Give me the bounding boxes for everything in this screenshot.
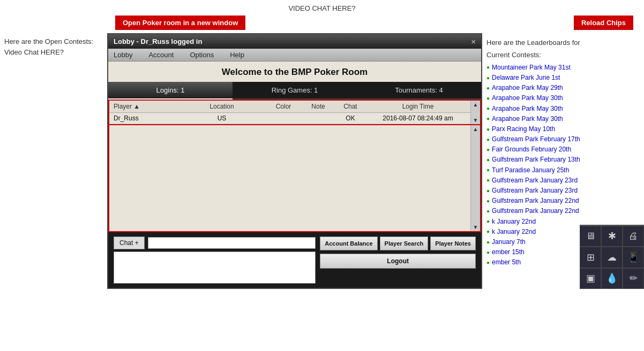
leaderboard-item: ●k January 22nd [486,227,590,237]
video-chat-label: Video Chat HERE? [4,47,103,58]
leaderboard-link[interactable]: Gulfstream Park January 22nd [492,206,579,216]
bullet-icon: ● [486,104,490,113]
taskbar-icon-bluetooth[interactable]: ✱ [601,226,623,247]
col-color: Color [265,102,302,111]
menu-options[interactable]: Options [190,51,214,59]
bullet-icon: ● [486,63,490,72]
bullet-icon: ● [486,217,490,226]
reload-chips-button[interactable]: Reload Chips [574,16,633,30]
leaderboard-item: ●k January 22nd [486,217,590,227]
leaderboard-link[interactable]: ember 5th [492,257,521,268]
leaderboard-link[interactable]: Fair Grounds February 20th [492,144,571,155]
bullet-icon: ● [486,84,490,93]
chat-input[interactable] [148,237,316,249]
taskbar-icon-window[interactable]: ▣ [580,268,601,289]
chat-top-row: Chat + [114,236,316,249]
leaderboard-item: ●Gulfstream Park February 17th [486,134,590,144]
poker-window: Lobby - Dr_Russ logged in × Lobby Accoun… [107,33,482,289]
leaderboard-title: Here are the Leaderboards for Current Co… [486,36,590,62]
bullet-icon: ● [486,166,490,174]
chat-plus-button[interactable]: Chat + [114,236,145,249]
tab-tournaments[interactable]: Tournaments: 4 [357,82,481,100]
leaderboard-item: ●Turf Paradise January 25th [486,165,590,176]
close-button[interactable]: × [471,37,476,46]
empty-scrollbar[interactable]: ▲ ▼ [470,125,480,231]
leaderboard-item: ●Arapahoe Park May 29th [486,83,590,93]
leaderboard-link[interactable]: k January 22nd [492,227,536,237]
cell-location: US [179,113,265,124]
col-player: Player ▲ [109,102,179,111]
account-balance-button[interactable]: Account Balance [320,236,377,250]
leaderboard-link[interactable]: Parx Racing May 10th [492,124,555,134]
cell-note [302,113,334,124]
leaderboard-link[interactable]: k January 22nd [492,217,536,227]
bullet-icon: ● [486,156,490,164]
bullet-icon: ● [486,146,490,154]
col-login-time: Login Time [366,102,469,111]
leaderboard-link[interactable]: Turf Paradise January 25th [492,165,569,176]
taskbar-icon-monitor[interactable]: 🖥 [580,226,601,247]
poker-titlebar: Lobby - Dr_Russ logged in × [108,34,481,49]
leaderboard-link[interactable]: January 7th [492,237,526,247]
leaderboard-item: ●Arapahoe Park May 30th [486,114,590,124]
tab-logins[interactable]: Logins: 1 [108,82,233,100]
leaderboard-link[interactable]: Gulfstream Park February 13th [492,155,580,165]
menu-account[interactable]: Account [148,51,174,59]
player-notes-button[interactable]: Player Notes [430,236,476,250]
scrollbar-down-arrow[interactable]: ▼ [473,117,478,123]
bullet-icon: ● [486,115,490,123]
open-contests-label: Here are the Open Contests: [4,36,103,47]
main-row: Here are the Open Contests: Video Chat H… [0,33,644,289]
leaderboard-item: ●January 7th [486,237,590,247]
tab-ring-games[interactable]: Ring Games: 1 [233,82,357,100]
empty-scrollbar-down[interactable]: ▼ [473,224,478,230]
taskbar-icon-cloud[interactable]: ☁ [601,247,623,268]
menu-help[interactable]: Help [230,51,244,59]
leaderboard-link[interactable]: Arapahoe Park May 30th [492,114,563,124]
leaderboard-link[interactable]: ember 15th [492,247,525,257]
leaderboard-item: ●Fair Grounds February 20th [486,144,590,155]
taskbar-icon-display[interactable]: 🖨 [623,226,644,247]
bullet-icon: ● [486,74,490,82]
top-center-text: VIDEO CHAT HERE? [0,0,644,14]
leaderboard-item: ●Delaware Park June 1st [486,73,590,83]
logout-button[interactable]: Logout [320,254,476,269]
leaderboard-link[interactable]: Delaware Park June 1st [492,73,560,83]
bullet-icon: ● [486,207,490,216]
taskbar-icon-drop[interactable]: 💧 [601,268,623,289]
bullet-icon: ● [486,176,490,185]
menu-lobby[interactable]: Lobby [114,51,132,59]
table-scrollbar[interactable]: ▲ ▼ [470,101,480,124]
leaderboard-link[interactable]: Arapahoe Park May 29th [492,83,563,93]
cell-chat: OK [334,113,366,124]
player-table-area: Player ▲ Location Color Note Chat Login … [108,100,481,125]
empty-table-area: ▲ ▼ [108,125,481,232]
scrollbar-up-arrow[interactable]: ▲ [473,102,478,108]
leaderboard-link[interactable]: Gulfstream Park February 17th [492,134,580,144]
leaderboard-item: ●ember 15th [486,247,590,257]
leaderboard-item: ●Arapahoe Park May 30th [486,104,590,114]
chat-textarea[interactable] [114,251,316,284]
bullet-icon: ● [486,187,490,195]
taskbar-icon-pen[interactable]: ✏ [623,268,644,289]
leaderboard-item: ●Parx Racing May 10th [486,124,590,134]
taskbar-icon-phone[interactable]: 📱 [623,247,644,268]
cell-color [265,113,302,124]
taskbar-icon-network[interactable]: ⊞ [580,247,601,268]
leaderboard-link[interactable]: Gulfstream Park January 22nd [492,196,579,206]
leaderboard-list: ●Mountaineer Park May 31st●Delaware Park… [486,63,590,268]
open-poker-button[interactable]: Open Poker room in a new window [115,16,245,30]
leaderboard-item: ●Gulfstream Park January 22nd [486,206,590,216]
player-search-button[interactable]: Player Search [380,236,429,250]
bullet-icon: ● [486,94,490,103]
leaderboard-link[interactable]: Arapahoe Park May 30th [492,93,563,103]
empty-scrollbar-up[interactable]: ▲ [473,126,478,132]
poker-tabs: Logins: 1 Ring Games: 1 Tournaments: 4 [108,82,481,100]
leaderboard-link[interactable]: Mountaineer Park May 31st [492,63,571,73]
poker-menubar: Lobby Account Options Help [108,49,481,62]
leaderboard-item: ●Mountaineer Park May 31st [486,63,590,73]
leaderboard-link[interactable]: Gulfstream Park January 23rd [492,176,578,186]
leaderboard-link[interactable]: Gulfstream Park January 23rd [492,186,578,196]
leaderboard-link[interactable]: Arapahoe Park May 30th [492,104,563,114]
bullet-icon: ● [486,125,490,134]
